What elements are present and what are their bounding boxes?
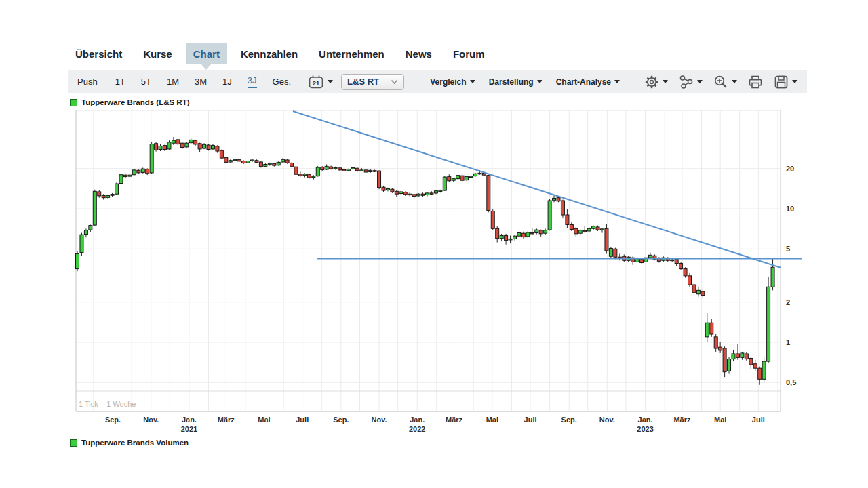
candle-down — [403, 192, 407, 195]
candle-down — [692, 285, 696, 293]
nav-tab-news[interactable]: News — [398, 43, 439, 64]
candle-down — [294, 167, 298, 174]
candle-down — [364, 170, 368, 172]
candle-up — [771, 267, 774, 287]
nav-tab-chart[interactable]: Chart — [186, 43, 227, 64]
analysis-trendline[interactable] — [293, 111, 781, 268]
candle-up — [426, 193, 429, 195]
candle-up — [84, 230, 87, 235]
candle-up — [132, 170, 136, 175]
darstellung-dropdown[interactable]: Darstellung — [489, 77, 542, 87]
candle-down — [216, 146, 219, 151]
feed-select[interactable]: L&S RT — [341, 74, 404, 90]
candle-down — [596, 227, 599, 230]
candle-down — [155, 144, 158, 150]
candle-up — [89, 226, 92, 230]
candle-down — [758, 368, 762, 379]
vergleich-dropdown[interactable]: Vergleich — [430, 77, 475, 87]
nav-tab-forum[interactable]: Forum — [446, 43, 492, 64]
candle-down — [574, 228, 578, 234]
candle-down — [242, 161, 245, 163]
candle-up — [211, 146, 214, 149]
candle-down — [137, 170, 140, 173]
candle-up — [469, 176, 473, 177]
candle-up — [303, 174, 307, 176]
x-tick-label: Juli — [524, 415, 537, 424]
candle-up — [452, 179, 455, 181]
candle-up — [473, 174, 477, 176]
printer-button[interactable] — [748, 75, 763, 89]
candle-up — [167, 142, 171, 149]
candle-down — [561, 201, 564, 215]
candle-down — [753, 364, 757, 368]
gear-icon — [644, 75, 659, 89]
x-tick-label: Jan. — [410, 415, 425, 424]
nav-tab-bersicht[interactable]: Übersicht — [68, 43, 130, 64]
candle-up — [150, 144, 153, 173]
x-tick-label: Nov. — [372, 415, 387, 424]
candle-down — [220, 150, 223, 158]
candle-up — [417, 194, 420, 196]
candle-down — [679, 264, 683, 269]
candle-up — [80, 235, 83, 252]
candle-down — [701, 291, 705, 296]
nav-tab-kennzahlen[interactable]: Kennzahlen — [233, 43, 305, 64]
push-toggle[interactable]: Push — [77, 77, 98, 87]
caret-down-icon — [470, 80, 475, 83]
chartanalyse-dropdown[interactable]: Chart-Analyse — [556, 77, 620, 87]
caret-down-icon — [614, 80, 620, 83]
candle-down — [430, 193, 433, 194]
x-tick-label: März — [673, 415, 691, 424]
candle-down — [146, 169, 149, 174]
range-button-3m[interactable]: 3M — [195, 77, 207, 87]
range-buttons: 1T5T1M3M1J3JGes. — [115, 75, 307, 88]
candle-up — [439, 190, 442, 191]
range-button-ges[interactable]: Ges. — [273, 77, 291, 87]
indicator-network-button[interactable] — [679, 75, 703, 89]
candle-down — [102, 196, 105, 198]
x-tick-label: Sep. — [333, 415, 349, 424]
candle-up — [526, 232, 530, 237]
candle-down — [448, 177, 451, 181]
range-button-5t[interactable]: 5T — [141, 77, 151, 87]
candle-up — [347, 169, 350, 171]
gear-button[interactable] — [644, 75, 668, 89]
nav-tab-kurse[interactable]: Kurse — [136, 43, 180, 64]
candle-down — [163, 146, 167, 150]
candle-down — [675, 259, 678, 263]
calendar-day-label: 21 — [313, 79, 320, 86]
candle-up — [587, 228, 591, 231]
price-chart-canvas[interactable]: 20105210,5Sep.Nov.Jan.2021MärzMaiJuliSep… — [66, 95, 812, 454]
analysis-dropdowns: VergleichDarstellungChart-Analyse — [430, 77, 633, 87]
chevron-down-icon — [391, 79, 398, 85]
page-tabs: ÜbersichtKurseChartKennzahlenUnternehmen… — [68, 43, 807, 64]
candle-up — [386, 189, 389, 190]
caret-down-icon — [792, 80, 797, 83]
save-icon — [774, 75, 789, 89]
candle-up — [741, 353, 744, 357]
candle-up — [728, 359, 731, 371]
candle-down — [395, 191, 398, 194]
app-window: { "nav": { "items": [ {"label": "Übersic… — [0, 0, 868, 488]
candle-up — [553, 198, 556, 200]
x-tick-label: Sep. — [105, 415, 121, 424]
zoom-in-button[interactable] — [713, 75, 737, 89]
calendar-button[interactable]: 21 — [308, 75, 333, 89]
candle-up — [229, 161, 232, 162]
range-button-1t[interactable]: 1T — [115, 77, 125, 87]
nav-tab-unternehmen[interactable]: Unternehmen — [311, 43, 392, 64]
range-button-3j[interactable]: 3J — [248, 75, 257, 88]
candle-down — [605, 228, 608, 251]
candle-down — [736, 354, 739, 357]
candle-down — [710, 323, 713, 334]
range-button-1m[interactable]: 1M — [167, 77, 179, 87]
x-tick-label: Jan. — [638, 415, 653, 424]
range-button-1j[interactable]: 1J — [222, 77, 232, 87]
candle-down — [618, 257, 621, 258]
candle-down — [198, 144, 201, 149]
candle-up — [509, 239, 512, 239]
candle-up — [106, 196, 110, 198]
candle-down — [714, 337, 717, 348]
save-button[interactable] — [774, 75, 797, 89]
candle-up — [544, 230, 547, 233]
